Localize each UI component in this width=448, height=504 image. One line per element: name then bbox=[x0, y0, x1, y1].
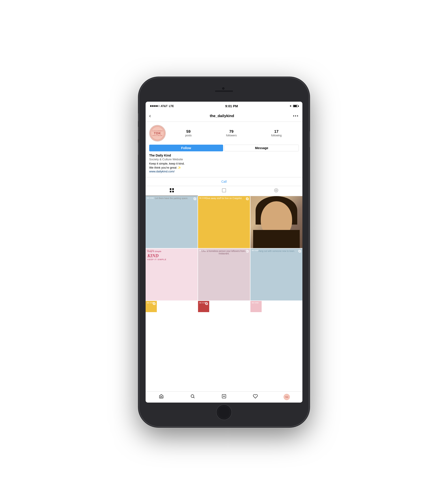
grid-item-8[interactable]: BE KIND bbox=[198, 301, 209, 312]
signal-dot-2 bbox=[152, 105, 154, 107]
more-options-button[interactable]: ••• bbox=[293, 114, 299, 118]
signal-dot-1 bbox=[150, 105, 152, 107]
svg-rect-13 bbox=[246, 250, 248, 252]
home-icon bbox=[159, 394, 164, 400]
volume-down-button[interactable] bbox=[138, 143, 139, 155]
posts-stat[interactable]: 59 posts bbox=[185, 129, 192, 137]
following-stat[interactable]: 17 following bbox=[271, 129, 281, 137]
follow-button[interactable]: Follow bbox=[149, 145, 223, 151]
grid-item-1[interactable]: BE KIND Let them have the parking space. bbox=[146, 196, 198, 248]
grid-label-5: BE KIND bbox=[199, 250, 206, 251]
search-icon bbox=[190, 394, 195, 400]
content-tab-bar bbox=[146, 186, 302, 196]
battery-fill bbox=[293, 105, 297, 107]
profile-header: A LITTLE KINDNESS TDK GOES A LONG WAY 59… bbox=[149, 125, 299, 142]
profile-name: The Daily Kind bbox=[149, 154, 299, 157]
tagged-icon bbox=[274, 188, 279, 194]
photo-grid: BE KIND Let them have the parking space.… bbox=[146, 196, 302, 312]
grid-item-4[interactable]: BE KIND Keep it Simple Kind KEEP IT SIMP… bbox=[146, 249, 198, 301]
multi-photo-icon-2 bbox=[246, 197, 249, 200]
tab-list[interactable] bbox=[198, 186, 250, 196]
bottom-nav: TDK bbox=[146, 391, 302, 403]
posts-label: posts bbox=[185, 134, 192, 137]
grid-label-2: BE KIND bbox=[199, 197, 206, 199]
svg-rect-16 bbox=[299, 251, 301, 252]
silent-button[interactable] bbox=[138, 113, 139, 121]
portrait-photo bbox=[250, 196, 302, 248]
followers-stat[interactable]: 79 followers bbox=[226, 129, 237, 137]
home-button[interactable] bbox=[216, 404, 232, 420]
tdk-logo: A LITTLE KINDNESS TDK GOES A LONG WAY bbox=[150, 126, 165, 141]
nav-search[interactable] bbox=[188, 393, 197, 401]
svg-rect-18 bbox=[153, 303, 155, 305]
profile-username-title: the_dailykind bbox=[210, 114, 234, 118]
svg-point-21 bbox=[191, 395, 194, 398]
svg-rect-2 bbox=[170, 191, 171, 192]
nav-activity[interactable] bbox=[251, 393, 260, 401]
signal-dot-4 bbox=[156, 105, 158, 107]
svg-rect-9 bbox=[246, 198, 248, 199]
grid-label-1: BE KIND bbox=[147, 197, 154, 199]
grid-label-4: BE KIND bbox=[147, 250, 154, 251]
heart-icon bbox=[253, 394, 258, 400]
multi-photo-icon-1 bbox=[193, 197, 196, 200]
list-icon bbox=[222, 188, 226, 194]
power-button[interactable] bbox=[309, 131, 310, 147]
tab-grid[interactable] bbox=[146, 186, 198, 196]
message-button[interactable]: Message bbox=[224, 145, 299, 151]
time-display: 9:01 PM bbox=[225, 104, 238, 108]
svg-point-6 bbox=[276, 190, 277, 191]
status-left: AT&T LTE bbox=[150, 105, 174, 108]
followers-count: 79 bbox=[229, 129, 234, 134]
screen: AT&T LTE 9:01 PM ✦ ‹ the_dailykind ••• bbox=[146, 102, 302, 403]
status-right: ✦ bbox=[289, 105, 298, 108]
bio-line-1: Keep it simple, keep it kind. bbox=[149, 162, 299, 166]
scroll-content[interactable]: A LITTLE KINDNESS TDK GOES A LONG WAY 59… bbox=[146, 122, 302, 391]
volume-up-button[interactable] bbox=[138, 127, 139, 139]
multi-photo-icon-5 bbox=[246, 250, 249, 253]
grid-item-9[interactable]: BE KIND bbox=[250, 301, 262, 312]
svg-rect-4 bbox=[222, 189, 226, 192]
action-buttons: Follow Message bbox=[149, 145, 299, 151]
profile-section: A LITTLE KINDNESS TDK GOES A LONG WAY 59… bbox=[146, 122, 302, 177]
multi-photo-icon-7 bbox=[152, 302, 156, 305]
svg-rect-8 bbox=[194, 198, 196, 200]
speaker bbox=[215, 90, 233, 92]
portrait-shirt bbox=[253, 230, 300, 248]
stats-row: 59 posts 79 followers 17 following bbox=[168, 129, 299, 137]
back-button[interactable]: ‹ bbox=[149, 113, 151, 119]
grid-item-6[interactable]: BE KIND Hang out with someone new to tow… bbox=[250, 249, 302, 301]
signal-indicator bbox=[150, 105, 160, 107]
bluetooth-icon: ✦ bbox=[289, 105, 292, 108]
grid-item-3[interactable]: BE KIND bbox=[250, 196, 302, 248]
grid-label-6: BE KIND bbox=[252, 250, 259, 251]
call-button[interactable]: Call bbox=[221, 180, 227, 183]
network-label: LTE bbox=[169, 105, 174, 108]
tdk-ring bbox=[151, 126, 164, 140]
front-camera bbox=[222, 87, 224, 90]
profile-avatar-thumbnail: TDK bbox=[284, 394, 290, 400]
svg-rect-3 bbox=[172, 191, 174, 192]
svg-line-22 bbox=[194, 397, 194, 398]
grid-icon bbox=[169, 188, 174, 194]
grid-item-2[interactable]: BE KIND Give away stuff for free on Crai… bbox=[198, 196, 250, 248]
following-count: 17 bbox=[274, 129, 279, 134]
posts-count: 59 bbox=[186, 129, 191, 134]
svg-rect-5 bbox=[274, 189, 278, 192]
grid-item-7[interactable]: BE KIND bbox=[146, 301, 157, 312]
nav-profile[interactable]: TDK bbox=[282, 393, 291, 401]
svg-rect-15 bbox=[299, 250, 300, 252]
profile-website[interactable]: www.dailykind.com/ bbox=[149, 170, 299, 173]
nav-add[interactable] bbox=[220, 393, 228, 401]
battery-indicator bbox=[293, 105, 298, 107]
grid-item-5[interactable]: BE KIND Offer a homeless person your lef… bbox=[198, 249, 250, 301]
tab-tagged[interactable] bbox=[250, 186, 302, 196]
svg-rect-0 bbox=[170, 188, 171, 190]
svg-rect-7 bbox=[194, 198, 196, 199]
keep-it-label: KEEP IT SIMPLE bbox=[147, 258, 167, 261]
status-bar: AT&T LTE 9:01 PM ✦ bbox=[146, 102, 302, 111]
avatar[interactable]: A LITTLE KINDNESS TDK GOES A LONG WAY bbox=[149, 125, 166, 142]
nav-home[interactable] bbox=[157, 393, 166, 401]
call-section: Call bbox=[146, 177, 302, 186]
svg-rect-17 bbox=[153, 303, 155, 304]
